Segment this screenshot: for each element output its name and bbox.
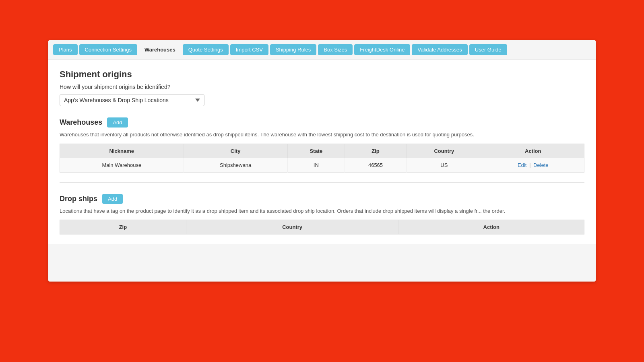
warehouses-table-header-row: Nickname City State Zip Country Action bbox=[60, 144, 584, 158]
delete-link[interactable]: Delete bbox=[533, 162, 549, 168]
col-action: Action bbox=[482, 144, 584, 158]
action-separator: | bbox=[528, 162, 532, 168]
table-row: Main Warehouse Shipshewana IN 46565 US E… bbox=[60, 158, 584, 173]
drop-ships-section: Drop ships Add Locations that have a tag… bbox=[60, 194, 584, 235]
tab-plans[interactable]: Plans bbox=[53, 44, 78, 55]
row-state: IN bbox=[287, 158, 345, 173]
shipment-origins-title: Shipment origins bbox=[60, 69, 584, 80]
tab-warehouses[interactable]: Warehouses bbox=[139, 44, 181, 55]
tab-import-csv[interactable]: Import CSV bbox=[230, 44, 268, 55]
tab-validate-addresses[interactable]: Validate Addresses bbox=[412, 44, 467, 55]
section-divider bbox=[60, 182, 584, 183]
tab-quote-settings[interactable]: Quote Settings bbox=[183, 44, 229, 55]
row-nickname: Main Warehouse bbox=[60, 158, 184, 173]
drop-ships-header: Drop ships Add bbox=[60, 194, 584, 204]
content-area: Shipment origins How will your shipment … bbox=[48, 60, 596, 244]
main-container: Plans Connection Settings Warehouses Quo… bbox=[48, 40, 596, 282]
warehouses-table: Nickname City State Zip Country Action M… bbox=[60, 144, 584, 173]
warehouses-description: Warehouses that inventory all products n… bbox=[60, 131, 584, 139]
tab-bar: Plans Connection Settings Warehouses Quo… bbox=[48, 40, 596, 60]
row-action: Edit | Delete bbox=[482, 158, 584, 173]
drop-ships-title: Drop ships bbox=[60, 195, 97, 203]
drop-ships-table-header-row: Zip Country Action bbox=[60, 220, 584, 234]
ds-col-country: Country bbox=[186, 220, 398, 234]
edit-link[interactable]: Edit bbox=[518, 162, 526, 168]
drop-ships-table: Zip Country Action bbox=[60, 220, 584, 234]
col-country: Country bbox=[407, 144, 482, 158]
warehouses-header: Warehouses Add bbox=[60, 117, 584, 128]
row-zip: 46565 bbox=[345, 158, 406, 173]
warehouses-title: Warehouses bbox=[60, 118, 102, 127]
tab-shipping-rules[interactable]: Shipping Rules bbox=[270, 44, 316, 55]
warehouses-add-button[interactable]: Add bbox=[107, 117, 128, 128]
tab-connection-settings[interactable]: Connection Settings bbox=[79, 44, 137, 55]
col-nickname: Nickname bbox=[60, 144, 184, 158]
tab-freightdesk[interactable]: FreightDesk Online bbox=[354, 44, 410, 55]
col-state: State bbox=[287, 144, 345, 158]
tab-box-sizes[interactable]: Box Sizes bbox=[318, 44, 353, 55]
col-city: City bbox=[184, 144, 287, 158]
shipment-origins-question: How will your shipment origins be identi… bbox=[60, 84, 584, 90]
shipment-origins-dropdown[interactable]: App's Warehouses & Drop Ship Locations bbox=[60, 94, 204, 106]
drop-ships-add-button[interactable]: Add bbox=[102, 194, 123, 204]
drop-ships-description: Locations that have a tag on the product… bbox=[60, 207, 584, 215]
ds-col-zip: Zip bbox=[60, 220, 186, 234]
row-country: US bbox=[407, 158, 482, 173]
row-city: Shipshewana bbox=[184, 158, 287, 173]
tab-user-guide[interactable]: User Guide bbox=[469, 44, 507, 55]
col-zip: Zip bbox=[345, 144, 406, 158]
ds-col-action: Action bbox=[398, 220, 584, 234]
